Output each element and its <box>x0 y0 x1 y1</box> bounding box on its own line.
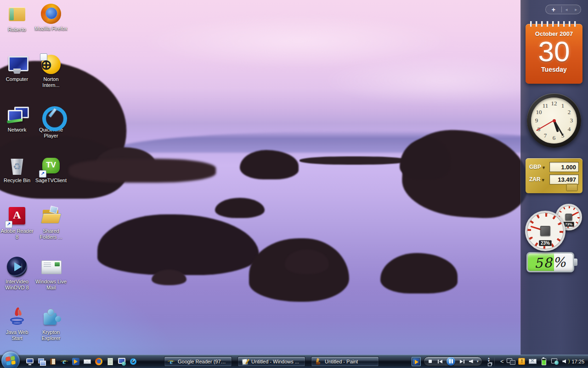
icon-label: InterVideo WinDVD 8 <box>0 279 34 291</box>
icon-label: Norton Intern... <box>34 76 68 88</box>
up-down-arrows-icon: ▲▼ <box>485 357 492 362</box>
cpu-meter-gauge[interactable]: 23% <box>525 211 565 251</box>
task-button-windows-journal[interactable]: Untitled - Windows ... <box>237 356 305 367</box>
next-track-button[interactable] <box>459 358 465 365</box>
desktop-icon-java-web-start[interactable]: Java Web Start <box>0 306 34 341</box>
pause-button[interactable] <box>447 357 455 366</box>
media-player-icon[interactable] <box>412 357 421 366</box>
computer-icon <box>6 53 28 75</box>
clock-face: 12 1 2 3 4 5 6 7 8 9 10 11 <box>531 98 577 144</box>
firefox-icon[interactable] <box>95 357 103 366</box>
icon-label: Mozilla Firefox <box>34 26 68 32</box>
restore-window-icon <box>488 363 492 366</box>
battery-tray-icon[interactable] <box>540 357 548 365</box>
desktop-wallpaper <box>0 0 588 368</box>
media-toolbar: ▲▼ <box>412 356 492 366</box>
desktop-icon-live-mail[interactable]: Windows Live Mail <box>34 256 68 291</box>
clock-numeral: 2 <box>565 109 573 115</box>
media-controls <box>424 356 482 366</box>
desktop-icon-network[interactable]: Network <box>0 104 34 133</box>
clock-numeral: 7 <box>542 132 549 139</box>
norton-globe-icon <box>40 53 62 75</box>
rock <box>380 253 458 293</box>
desktop-icon-krypton-explorer[interactable]: Krypton Explorer <box>34 306 68 341</box>
analog-clock-gadget[interactable]: 12 1 2 3 4 5 6 7 8 9 10 11 <box>527 93 581 148</box>
volume-tray-icon[interactable] <box>562 357 570 365</box>
quicktime-icon[interactable] <box>129 357 137 366</box>
journal-icon <box>241 358 249 365</box>
switch-windows-icon[interactable] <box>37 357 45 366</box>
calendar-gadget[interactable]: October 2007 30 Tuesday <box>526 24 582 84</box>
icon-label: Computer <box>0 76 34 82</box>
rock <box>97 214 259 275</box>
task-button-google-reader[interactable]: e Google Reader (971)... <box>164 356 232 367</box>
journal-icon[interactable] <box>49 357 57 366</box>
show-desktop-icon[interactable] <box>26 357 34 366</box>
display-settings-icon[interactable] <box>507 357 514 365</box>
taskbar: e e Google Reader (971)... Untitled - Wi… <box>0 355 588 368</box>
add-gadget-button[interactable]: + <box>546 6 561 14</box>
taskbar-clock[interactable]: 17:25 <box>571 359 584 364</box>
clock-numeral: 3 <box>568 117 575 124</box>
desktop-icon-quicktime[interactable]: QuickTime Player <box>34 104 68 139</box>
currency-value-field[interactable]: 1.000 <box>549 162 579 172</box>
recycle-bin-icon <box>6 155 28 177</box>
volume-button[interactable] <box>469 358 479 365</box>
start-button[interactable] <box>1 351 20 368</box>
currency-code-dropdown[interactable]: GBP ▾ <box>529 164 549 170</box>
clock-numeral: 10 <box>535 109 543 115</box>
icon-label: Windows Live Mail <box>34 279 68 291</box>
desktop-icon-firefox[interactable]: Mozilla Firefox <box>34 3 68 32</box>
media-player-icon[interactable] <box>72 357 80 366</box>
internet-explorer-icon: e <box>168 358 175 365</box>
icon-label: Roberto <box>0 27 34 33</box>
clock-numeral: 4 <box>565 126 573 132</box>
currency-converter-gadget[interactable]: GBP ▾ 1.000 ZAR ▾ 13.497 <box>526 158 582 193</box>
toolbar-expander[interactable]: ▲▼ <box>485 357 492 366</box>
sidebar-controls: + ◂ ▸ <box>545 5 581 14</box>
battery-terminal <box>574 259 577 266</box>
desktop-icon-sagetv[interactable]: TV SageTVClient <box>34 155 68 184</box>
credit-card-chip-icon <box>566 184 578 191</box>
clock-numeral: 6 <box>550 135 558 141</box>
clock-minute-hand <box>554 120 564 136</box>
quick-launch-bar: e <box>26 357 137 366</box>
desktop-icon-norton[interactable]: Norton Intern... <box>34 53 68 88</box>
calendar-day: 30 <box>526 37 582 66</box>
paint-icon <box>315 358 322 365</box>
previous-track-button[interactable] <box>437 358 443 365</box>
mail-tray-icon[interactable] <box>529 357 537 365</box>
calendar-spiral-binding <box>529 21 579 27</box>
icon-label: Adobe Reader 8 <box>0 228 34 240</box>
quicktime-icon <box>40 104 62 126</box>
remote-desktop-icon[interactable] <box>118 357 126 366</box>
firefox-icon <box>40 3 62 25</box>
stop-button[interactable] <box>427 358 434 365</box>
icon-label: Shared Folders ... <box>34 228 68 240</box>
desktop-icon-windvd[interactable]: InterVideo WinDVD 8 <box>0 256 34 291</box>
rock <box>69 159 216 183</box>
mail-icon[interactable] <box>83 357 91 366</box>
battery-meter-gadget[interactable]: 58% <box>526 252 574 272</box>
notes-document-icon[interactable] <box>106 357 114 366</box>
currency-value-field[interactable]: 13.497 <box>549 174 579 184</box>
cpu-chip-icon <box>540 226 550 236</box>
task-buttons: e Google Reader (971)... Untitled - Wind… <box>164 356 379 367</box>
folder-icon <box>6 4 28 26</box>
vista-desktop: Roberto Mozilla Firefox Computer Norton … <box>0 0 588 368</box>
next-page-button[interactable]: ▸ <box>571 7 581 12</box>
tray-expand-chevron[interactable]: < <box>500 357 504 366</box>
desktop-icon-recycle-bin[interactable]: Recycle Bin <box>0 155 34 184</box>
currency-code-dropdown[interactable]: ZAR ▾ <box>529 176 549 183</box>
desktop-icon-computer[interactable]: Computer <box>0 53 34 82</box>
desktop-icon-adobe-reader[interactable]: A Adobe Reader 8 <box>0 205 34 240</box>
icon-label: Krypton Explorer <box>34 329 68 341</box>
desktop-icon-roberto[interactable]: Roberto <box>0 4 34 33</box>
security-alert-icon[interactable] <box>518 357 526 365</box>
internet-explorer-icon[interactable]: e <box>60 357 68 366</box>
desktop-icon-shared-folders[interactable]: Shared Folders ... <box>34 205 68 240</box>
network-tray-icon[interactable] <box>551 357 559 365</box>
divider <box>494 356 495 367</box>
prev-page-button[interactable]: ◂ <box>562 7 571 12</box>
task-button-paint[interactable]: Untitled - Paint <box>311 356 379 367</box>
